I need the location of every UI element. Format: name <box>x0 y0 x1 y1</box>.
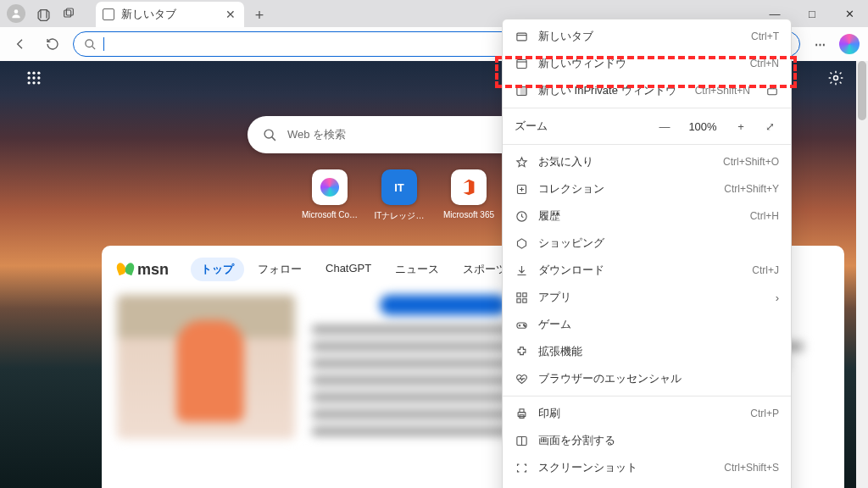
zoom-level: 100% <box>684 120 721 133</box>
browser-tab[interactable]: 新しいタブ ✕ <box>96 2 244 27</box>
extension-icon <box>515 345 528 358</box>
screenshot-icon <box>515 461 528 474</box>
back-button[interactable] <box>8 32 32 56</box>
svg-point-11 <box>32 81 35 84</box>
game-icon <box>515 318 528 331</box>
close-tab-icon[interactable]: ✕ <box>225 8 236 20</box>
quick-link[interactable]: IT ITナレッジ… <box>373 169 426 222</box>
workspaces-icon[interactable] <box>36 6 51 21</box>
heart-pulse-icon <box>515 372 528 385</box>
feed-tab-follow[interactable]: フォロー <box>248 258 312 281</box>
menu-item-split-screen[interactable]: 画面を分割する <box>503 427 791 454</box>
menu-item-new-tab[interactable]: 新しいタブ Ctrl+T <box>503 23 791 50</box>
tab-favicon <box>103 8 114 20</box>
search-icon <box>263 128 277 142</box>
feed-tab-chatgpt[interactable]: ChatGPT <box>315 258 381 281</box>
app-launcher-icon[interactable] <box>25 69 44 88</box>
msn-icon <box>117 261 134 278</box>
profile-avatar[interactable] <box>7 4 25 23</box>
svg-point-7 <box>28 76 31 79</box>
svg-point-6 <box>37 72 40 75</box>
maximize-button[interactable]: □ <box>793 0 831 27</box>
svg-point-12 <box>37 81 40 84</box>
menu-item-find-on-page[interactable]: ページ内の検索Ctrl+F <box>503 481 791 488</box>
svg-rect-2 <box>66 8 73 15</box>
fullscreen-button[interactable]: ⤢ <box>760 117 779 136</box>
svg-point-13 <box>834 76 838 80</box>
svg-point-14 <box>264 130 273 138</box>
split-icon <box>515 434 528 447</box>
menu-item-apps[interactable]: アプリ› <box>503 284 791 311</box>
feed-nav: トップ フォロー ChatGPT ニュース スポーツ <box>191 258 517 281</box>
settings-and-more-button[interactable]: ⋯ <box>809 32 832 56</box>
menu-item-games[interactable]: ゲーム <box>503 311 791 338</box>
menu-item-new-window[interactable]: 新しいウィンドウ Ctrl+N <box>503 50 791 77</box>
menu-item-downloads[interactable]: ダウンロードCtrl+J <box>503 257 791 284</box>
copilot-icon[interactable] <box>839 34 860 54</box>
menu-item-browser-essentials[interactable]: ブラウザーのエッセンシャル <box>503 365 791 392</box>
search-icon <box>84 38 97 51</box>
svg-rect-24 <box>516 298 520 302</box>
download-icon <box>515 263 528 277</box>
svg-rect-1 <box>64 10 71 17</box>
svg-rect-22 <box>516 292 520 296</box>
svg-point-3 <box>86 39 93 47</box>
m365-icon <box>459 178 478 197</box>
svg-rect-23 <box>522 292 526 296</box>
menu-item-extensions[interactable]: 拡張機能 <box>503 338 791 365</box>
svg-point-5 <box>32 72 35 75</box>
quick-link[interactable]: Microsoft 365 <box>442 169 495 222</box>
vertical-scrollbar[interactable] <box>856 61 868 488</box>
svg-point-0 <box>14 9 19 14</box>
menu-item-shopping[interactable]: ショッピング <box>503 230 791 257</box>
zoom-in-button[interactable]: + <box>732 117 750 136</box>
settings-menu: 新しいタブ Ctrl+T 新しいウィンドウ Ctrl+N 新しい InPriva… <box>502 19 792 488</box>
svg-rect-15 <box>516 33 526 41</box>
svg-point-9 <box>37 76 40 79</box>
svg-point-28 <box>524 325 525 326</box>
tab-actions-icon[interactable] <box>61 6 76 21</box>
quick-link[interactable]: Microsoft Co… <box>303 169 356 222</box>
svg-point-8 <box>32 76 35 79</box>
collection-icon <box>515 182 528 196</box>
menu-item-history[interactable]: 履歴Ctrl+H <box>503 202 791 230</box>
menu-item-collections[interactable]: コレクションCtrl+Shift+Y <box>503 175 791 202</box>
svg-rect-16 <box>516 59 526 68</box>
copilot-icon <box>320 178 339 197</box>
inprivate-icon <box>515 84 528 97</box>
feed-tab-news[interactable]: ニュース <box>385 258 449 281</box>
svg-rect-30 <box>520 408 524 412</box>
window-icon <box>515 57 528 70</box>
tab-title: 新しいタブ <box>121 7 176 22</box>
star-icon <box>515 155 528 169</box>
briefcase-icon <box>765 84 779 97</box>
print-icon <box>515 407 528 420</box>
search-placeholder: Web を検索 <box>287 127 346 142</box>
refresh-button[interactable] <box>41 32 64 56</box>
menu-item-zoom: ズーム — 100% + ⤢ <box>503 112 791 141</box>
page-settings-icon[interactable] <box>827 69 844 86</box>
svg-rect-18 <box>520 86 526 95</box>
menu-item-favorites[interactable]: お気に入りCtrl+Shift+O <box>503 148 791 175</box>
history-icon <box>515 209 528 223</box>
msn-logo[interactable]: msn <box>117 261 169 279</box>
new-tab-button[interactable]: + <box>248 3 271 27</box>
svg-point-10 <box>28 81 31 84</box>
menu-item-screenshot[interactable]: スクリーンショットCtrl+Shift+S <box>503 454 791 481</box>
svg-rect-25 <box>522 298 526 302</box>
shopping-icon <box>515 236 528 250</box>
apps-icon <box>515 291 528 304</box>
menu-item-new-inprivate-window[interactable]: 新しい InPrivate ウィンドウ Ctrl+Shift+N <box>503 77 791 104</box>
zoom-out-button[interactable]: — <box>655 117 674 136</box>
close-window-button[interactable]: ✕ <box>831 0 868 27</box>
feed-tab-top[interactable]: トップ <box>191 258 244 281</box>
chevron-right-icon: › <box>776 291 779 304</box>
svg-point-4 <box>28 72 31 75</box>
svg-rect-19 <box>768 89 777 95</box>
menu-item-print[interactable]: 印刷Ctrl+P <box>503 400 791 427</box>
tab-icon <box>515 30 528 43</box>
